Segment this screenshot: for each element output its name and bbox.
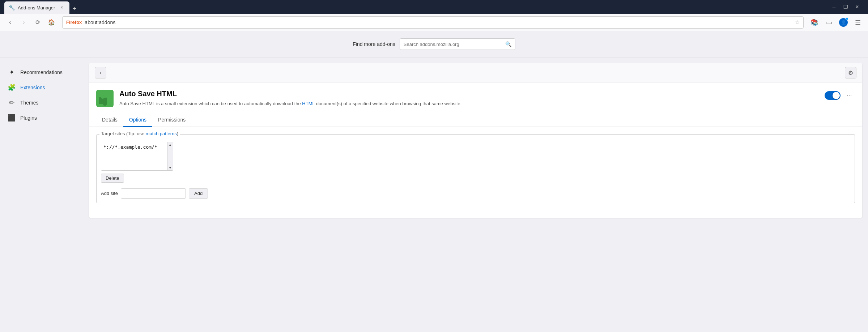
add-site-input[interactable] bbox=[121, 188, 186, 199]
tab-options[interactable]: Options bbox=[123, 113, 152, 127]
sidebar-label-plugins: Plugins bbox=[20, 115, 37, 121]
sidebar-label-themes: Themes bbox=[20, 100, 39, 106]
sidebar-toggle-icon[interactable]: ▭ bbox=[823, 17, 835, 28]
home-button[interactable]: 🏠 bbox=[46, 17, 57, 28]
account-avatar[interactable]: 👤 bbox=[838, 17, 849, 28]
svg-rect-4 bbox=[107, 98, 111, 103]
sidebar-item-recommendations[interactable]: ✦ Recommendations bbox=[0, 65, 83, 80]
plugins-icon: ⬛ bbox=[7, 114, 16, 122]
themes-icon: ✏ bbox=[7, 99, 16, 107]
extension-tabs: Details Options Permissions bbox=[89, 113, 862, 127]
back-to-list-button[interactable]: ‹ bbox=[95, 67, 106, 78]
tab-close-button[interactable]: × bbox=[59, 4, 65, 11]
hamburger-menu-icon[interactable]: ☰ bbox=[852, 17, 864, 28]
sidebar-item-plugins[interactable]: ⬛ Plugins bbox=[0, 110, 83, 125]
search-addons-container: 🔍 bbox=[400, 38, 515, 50]
sidebar-label-extensions: Extensions bbox=[20, 85, 45, 90]
extension-info: Auto Save HTML Auto Save HTML is a small… bbox=[119, 90, 819, 107]
settings-gear-button[interactable]: ⚙ bbox=[845, 67, 856, 78]
add-site-label: Add site bbox=[101, 191, 118, 196]
minimize-button[interactable]: – bbox=[829, 2, 839, 12]
library-icon[interactable]: 📚 bbox=[809, 17, 820, 28]
target-sites-textarea-wrapper: *://*.example.com/* ▲ ▼ bbox=[101, 142, 173, 171]
search-icon: 🔍 bbox=[505, 41, 511, 47]
target-sites-label-text: Target sites (Tip: use bbox=[101, 131, 146, 136]
sidebar-item-themes[interactable]: ✏ Themes bbox=[0, 95, 83, 110]
bookmark-star-icon[interactable]: ☆ bbox=[795, 19, 800, 26]
extension-panel: ‹ ⚙ bbox=[89, 63, 862, 218]
main-content: ‹ ⚙ bbox=[83, 58, 868, 332]
more-options-button[interactable]: ··· bbox=[843, 90, 855, 101]
tab-permissions[interactable]: Permissions bbox=[152, 113, 191, 127]
toggle-knob bbox=[833, 92, 840, 99]
scroll-down-icon[interactable]: ▼ bbox=[169, 166, 172, 170]
new-tab-button[interactable]: + bbox=[69, 4, 80, 14]
sidebar: ✦ Recommendations 🧩 Extensions ✏ Themes … bbox=[0, 58, 83, 332]
forward-nav-button: › bbox=[18, 17, 30, 28]
scroll-up-icon[interactable]: ▲ bbox=[169, 143, 172, 147]
extension-controls: ··· bbox=[825, 90, 855, 101]
extension-icon bbox=[96, 90, 114, 107]
delete-button[interactable]: Delete bbox=[101, 174, 124, 183]
extension-header: Auto Save HTML Auto Save HTML is a small… bbox=[89, 82, 862, 113]
target-sites-suffix: ) bbox=[177, 131, 178, 136]
target-sites-legend: Target sites (Tip: use match patterns) bbox=[99, 131, 180, 136]
extensions-icon: 🧩 bbox=[7, 84, 16, 91]
svg-point-2 bbox=[101, 95, 105, 99]
restore-button[interactable]: ❐ bbox=[841, 2, 851, 12]
firefox-logo: Firefox bbox=[66, 20, 82, 25]
target-sites-box: Target sites (Tip: use match patterns) *… bbox=[96, 134, 855, 203]
match-patterns-link[interactable]: match patterns bbox=[146, 131, 177, 136]
sidebar-item-extensions[interactable]: 🧩 Extensions bbox=[0, 80, 83, 95]
find-more-label: Find more add-ons bbox=[353, 41, 395, 47]
recommendations-icon: ✦ bbox=[7, 68, 16, 76]
address-bar[interactable]: Firefox about:addons ☆ bbox=[62, 16, 804, 29]
target-sites-textarea[interactable]: *://*.example.com/* bbox=[101, 142, 167, 170]
tab-details[interactable]: Details bbox=[96, 113, 123, 127]
sidebar-label-recommendations: Recommendations bbox=[20, 69, 63, 75]
address-text: about:addons bbox=[85, 20, 792, 25]
extension-toggle[interactable] bbox=[825, 91, 841, 100]
reload-button[interactable]: ⟳ bbox=[32, 17, 43, 28]
back-nav-button[interactable]: ‹ bbox=[4, 17, 16, 28]
extension-description: Auto Save HTML is a small extension whic… bbox=[119, 100, 819, 107]
panel-toolbar: ‹ ⚙ bbox=[89, 63, 862, 82]
tab-title: Add-ons Manager bbox=[18, 5, 55, 10]
browser-tab[interactable]: 🔧 Add-ons Manager × bbox=[4, 1, 69, 14]
search-addons-input[interactable] bbox=[404, 42, 502, 47]
tab-addon-icon: 🔧 bbox=[9, 5, 15, 10]
textarea-scrollbar: ▲ ▼ bbox=[167, 142, 173, 170]
options-content: Target sites (Tip: use match patterns) *… bbox=[89, 127, 862, 218]
add-site-row: Add site Add bbox=[101, 188, 850, 199]
extension-name: Auto Save HTML bbox=[119, 90, 819, 98]
html-link[interactable]: HTML bbox=[302, 101, 315, 106]
window-close-button[interactable]: × bbox=[852, 2, 862, 12]
add-button[interactable]: Add bbox=[189, 188, 208, 199]
